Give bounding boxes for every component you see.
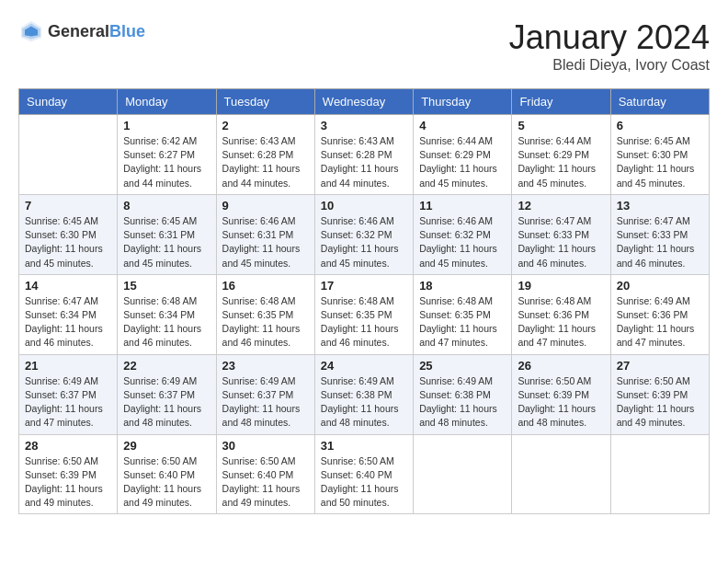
title-block: January 2024 Bledi Dieya, Ivory Coast [509, 18, 710, 74]
calendar-cell: 13Sunrise: 6:47 AM Sunset: 6:33 PM Dayli… [610, 194, 709, 274]
calendar-cell: 28Sunrise: 6:50 AM Sunset: 6:39 PM Dayli… [19, 434, 118, 514]
day-info: Sunrise: 6:46 AM Sunset: 6:32 PM Dayligh… [419, 214, 506, 270]
day-info: Sunrise: 6:42 AM Sunset: 6:27 PM Dayligh… [123, 134, 210, 190]
day-number: 17 [321, 279, 407, 293]
day-info: Sunrise: 6:45 AM Sunset: 6:30 PM Dayligh… [617, 134, 703, 190]
day-number: 29 [123, 439, 210, 453]
calendar-cell: 14Sunrise: 6:47 AM Sunset: 6:34 PM Dayli… [19, 274, 118, 354]
day-info: Sunrise: 6:50 AM Sunset: 6:39 PM Dayligh… [518, 374, 604, 431]
calendar-cell: 12Sunrise: 6:47 AM Sunset: 6:33 PM Dayli… [512, 194, 610, 274]
logo-text-general: General [48, 22, 109, 41]
day-number: 23 [222, 359, 309, 373]
day-number: 4 [419, 119, 506, 132]
calendar-cell: 1Sunrise: 6:42 AM Sunset: 6:27 PM Daylig… [118, 115, 216, 195]
calendar-cell: 3Sunrise: 6:43 AM Sunset: 6:28 PM Daylig… [314, 115, 413, 195]
calendar-cell: 5Sunrise: 6:44 AM Sunset: 6:29 PM Daylig… [512, 115, 610, 195]
day-number: 8 [123, 199, 210, 213]
day-info: Sunrise: 6:46 AM Sunset: 6:32 PM Dayligh… [321, 214, 407, 270]
calendar-table: SundayMondayTuesdayWednesdayThursdayFrid… [18, 88, 710, 514]
day-info: Sunrise: 6:50 AM Sunset: 6:39 PM Dayligh… [25, 454, 111, 511]
calendar-cell: 7Sunrise: 6:45 AM Sunset: 6:30 PM Daylig… [19, 194, 118, 274]
day-number: 20 [617, 279, 703, 293]
calendar-cell: 15Sunrise: 6:48 AM Sunset: 6:34 PM Dayli… [118, 274, 216, 354]
day-info: Sunrise: 6:43 AM Sunset: 6:28 PM Dayligh… [222, 134, 309, 190]
day-header-saturday: Saturday [610, 89, 709, 115]
day-info: Sunrise: 6:44 AM Sunset: 6:29 PM Dayligh… [518, 134, 604, 190]
day-info: Sunrise: 6:47 AM Sunset: 6:33 PM Dayligh… [617, 214, 703, 270]
calendar-cell: 10Sunrise: 6:46 AM Sunset: 6:32 PM Dayli… [314, 194, 413, 274]
calendar-cell: 17Sunrise: 6:48 AM Sunset: 6:35 PM Dayli… [314, 274, 413, 354]
day-info: Sunrise: 6:47 AM Sunset: 6:33 PM Dayligh… [518, 214, 604, 270]
day-number: 10 [321, 199, 407, 213]
day-number: 9 [222, 199, 309, 213]
calendar-week-row: 7Sunrise: 6:45 AM Sunset: 6:30 PM Daylig… [19, 194, 710, 274]
day-info: Sunrise: 6:47 AM Sunset: 6:34 PM Dayligh… [25, 294, 111, 350]
day-info: Sunrise: 6:50 AM Sunset: 6:40 PM Dayligh… [222, 454, 309, 511]
calendar-cell: 23Sunrise: 6:49 AM Sunset: 6:37 PM Dayli… [216, 354, 314, 434]
calendar-cell: 27Sunrise: 6:50 AM Sunset: 6:39 PM Dayli… [610, 354, 709, 434]
calendar-cell: 2Sunrise: 6:43 AM Sunset: 6:28 PM Daylig… [216, 115, 314, 195]
day-number: 31 [321, 439, 407, 453]
calendar-week-row: 28Sunrise: 6:50 AM Sunset: 6:39 PM Dayli… [19, 434, 710, 514]
calendar-week-row: 14Sunrise: 6:47 AM Sunset: 6:34 PM Dayli… [19, 274, 710, 354]
day-info: Sunrise: 6:45 AM Sunset: 6:30 PM Dayligh… [25, 214, 111, 270]
calendar-cell: 16Sunrise: 6:48 AM Sunset: 6:35 PM Dayli… [216, 274, 314, 354]
day-number: 26 [518, 359, 604, 373]
day-number: 13 [617, 199, 703, 213]
calendar-cell: 22Sunrise: 6:49 AM Sunset: 6:37 PM Dayli… [118, 354, 216, 434]
day-number: 24 [321, 359, 407, 373]
calendar-cell: 18Sunrise: 6:48 AM Sunset: 6:35 PM Dayli… [414, 274, 512, 354]
day-number: 18 [419, 279, 506, 293]
day-info: Sunrise: 6:49 AM Sunset: 6:37 PM Dayligh… [25, 374, 111, 431]
calendar-cell: 29Sunrise: 6:50 AM Sunset: 6:40 PM Dayli… [118, 434, 216, 514]
day-info: Sunrise: 6:50 AM Sunset: 6:40 PM Dayligh… [123, 454, 210, 511]
calendar-header-row: SundayMondayTuesdayWednesdayThursdayFrid… [19, 89, 710, 115]
day-number: 27 [617, 359, 703, 373]
calendar-cell: 9Sunrise: 6:46 AM Sunset: 6:31 PM Daylig… [216, 194, 314, 274]
day-number: 2 [222, 119, 309, 132]
calendar-week-row: 21Sunrise: 6:49 AM Sunset: 6:37 PM Dayli… [19, 354, 710, 434]
day-header-wednesday: Wednesday [314, 89, 413, 115]
day-number: 30 [222, 439, 309, 453]
day-info: Sunrise: 6:50 AM Sunset: 6:39 PM Dayligh… [617, 374, 703, 431]
day-info: Sunrise: 6:48 AM Sunset: 6:35 PM Dayligh… [419, 294, 506, 350]
day-info: Sunrise: 6:49 AM Sunset: 6:36 PM Dayligh… [617, 294, 703, 350]
day-number: 7 [25, 199, 111, 213]
day-info: Sunrise: 6:49 AM Sunset: 6:37 PM Dayligh… [222, 374, 309, 431]
day-info: Sunrise: 6:49 AM Sunset: 6:37 PM Dayligh… [123, 374, 210, 431]
day-info: Sunrise: 6:48 AM Sunset: 6:34 PM Dayligh… [123, 294, 210, 350]
day-header-friday: Friday [512, 89, 610, 115]
page-header: General Blue January 2024 Bledi Dieya, I… [18, 18, 710, 74]
day-number: 16 [222, 279, 309, 293]
calendar-cell [19, 115, 118, 195]
day-info: Sunrise: 6:48 AM Sunset: 6:36 PM Dayligh… [518, 294, 604, 350]
day-info: Sunrise: 6:48 AM Sunset: 6:35 PM Dayligh… [321, 294, 407, 350]
day-header-thursday: Thursday [414, 89, 512, 115]
day-number: 12 [518, 199, 604, 213]
day-header-tuesday: Tuesday [216, 89, 314, 115]
calendar-cell: 11Sunrise: 6:46 AM Sunset: 6:32 PM Dayli… [414, 194, 512, 274]
calendar-cell: 26Sunrise: 6:50 AM Sunset: 6:39 PM Dayli… [512, 354, 610, 434]
day-number: 1 [123, 119, 210, 132]
calendar-cell [414, 434, 512, 514]
month-year-title: January 2024 [509, 18, 710, 57]
day-header-sunday: Sunday [19, 89, 118, 115]
day-header-monday: Monday [118, 89, 216, 115]
calendar-cell [512, 434, 610, 514]
day-number: 11 [419, 199, 506, 213]
day-info: Sunrise: 6:50 AM Sunset: 6:40 PM Dayligh… [321, 454, 407, 511]
day-number: 14 [25, 279, 111, 293]
day-info: Sunrise: 6:43 AM Sunset: 6:28 PM Dayligh… [321, 134, 407, 190]
calendar-cell: 24Sunrise: 6:49 AM Sunset: 6:38 PM Dayli… [314, 354, 413, 434]
logo-icon [18, 18, 44, 44]
calendar-cell [610, 434, 709, 514]
day-number: 22 [123, 359, 210, 373]
day-number: 21 [25, 359, 111, 373]
logo-text-blue: Blue [109, 22, 145, 41]
logo: General Blue [18, 18, 145, 44]
calendar-cell: 4Sunrise: 6:44 AM Sunset: 6:29 PM Daylig… [414, 115, 512, 195]
calendar-cell: 8Sunrise: 6:45 AM Sunset: 6:31 PM Daylig… [118, 194, 216, 274]
day-info: Sunrise: 6:45 AM Sunset: 6:31 PM Dayligh… [123, 214, 210, 270]
calendar-cell: 21Sunrise: 6:49 AM Sunset: 6:37 PM Dayli… [19, 354, 118, 434]
day-number: 6 [617, 119, 703, 132]
